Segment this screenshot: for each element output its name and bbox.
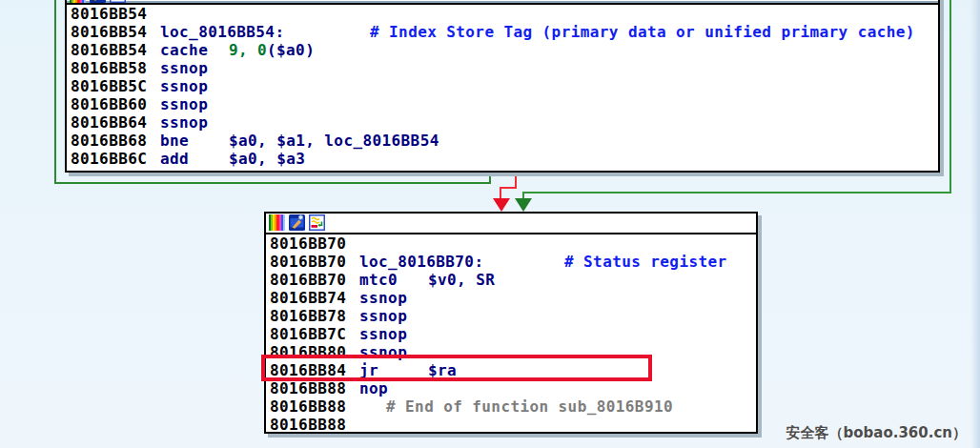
watermark: 安全客（bobao.360.cn） xyxy=(786,424,968,442)
asm-text: ssnop xyxy=(359,289,407,307)
asm-address: 8016BB78 xyxy=(270,307,346,325)
asm-text: $a0, $a1, loc_8016BB54 xyxy=(229,132,439,150)
asm-line[interactable]: 8016BB70 xyxy=(266,234,756,253)
asm-line[interactable]: 8016BB88# End of function sub_8016B910 xyxy=(266,397,756,416)
asm-line[interactable]: 8016BB58ssnop xyxy=(67,59,938,77)
red-arrowhead-icon xyxy=(493,198,510,212)
block-code: 8016BB708016BB70loc_8016BB70:# Status re… xyxy=(266,234,756,434)
asm-line[interactable]: 8016BB78ssnop xyxy=(266,307,756,325)
asm-address: 8016BB60 xyxy=(71,95,147,113)
asm-line[interactable]: 8016BB88nop xyxy=(266,379,756,397)
asm-line[interactable]: 8016BB54 xyxy=(67,5,938,23)
asm-text: ssnop xyxy=(359,307,407,325)
asm-line[interactable]: 8016BB64ssnop xyxy=(67,113,938,132)
asm-text: bne xyxy=(160,132,189,150)
color-palette-icon[interactable] xyxy=(70,0,86,3)
asm-line[interactable]: 8016BB54loc_8016BB54:# Index Store Tag (… xyxy=(67,23,938,41)
edge-incoming-right-vertical xyxy=(949,0,951,193)
asm-address: 8016BB88 xyxy=(270,397,346,416)
asm-text: ssnop xyxy=(160,95,208,113)
edit-node-icon[interactable] xyxy=(289,214,305,231)
asm-line[interactable]: 8016BB68bne$a0, $a1, loc_8016BB54 xyxy=(67,132,938,150)
asm-text: 9, 0 xyxy=(229,41,267,59)
color-palette-icon[interactable] xyxy=(269,214,285,231)
edge-loop-bottom-horizontal xyxy=(54,182,491,184)
asm-text: $v0, SR xyxy=(428,271,495,289)
edge-loop-connector xyxy=(489,172,491,184)
edge-incoming-horizontal xyxy=(523,192,951,193)
asm-text: # End of function sub_8016B910 xyxy=(386,397,673,416)
asm-text: # Index Store Tag (primary data or unifi… xyxy=(370,23,915,41)
edge-loop-left-vertical xyxy=(54,0,56,184)
basic-block-loc-8016BB70[interactable]: 8016BB708016BB70loc_8016BB70:# Status re… xyxy=(264,212,758,434)
asm-address: 8016BB54 xyxy=(71,41,147,59)
asm-address: 8016BB64 xyxy=(71,113,147,132)
asm-address: 8016BB88 xyxy=(270,379,346,397)
asm-text: loc_8016BB70: xyxy=(359,253,483,271)
asm-text: nop xyxy=(359,379,388,397)
asm-address: 8016BB6C xyxy=(71,150,147,168)
asm-text: ssnop xyxy=(359,325,407,343)
toolbar-clipped-band xyxy=(67,1,938,3)
asm-address: 8016BB70 xyxy=(270,271,346,289)
text-view-icon[interactable] xyxy=(110,0,126,3)
asm-line[interactable]: 8016BB5Cssnop xyxy=(67,77,938,95)
graph-view-canvas[interactable]: 8016BB548016BB54loc_8016BB54:# Index Sto… xyxy=(0,0,980,448)
asm-line[interactable]: 8016BB7Cssnop xyxy=(266,325,756,343)
asm-address: 8016BB68 xyxy=(71,132,147,150)
basic-block-loc-8016BB54[interactable]: 8016BB548016BB54loc_8016BB54:# Index Sto… xyxy=(65,0,940,173)
jr-instruction-highlight-annotation xyxy=(261,355,652,381)
asm-address: 8016BB58 xyxy=(71,59,147,77)
green-arrowhead-icon xyxy=(515,198,532,212)
asm-text: # Status register xyxy=(564,253,727,271)
asm-line[interactable]: 8016BB70mtc0$v0, SR xyxy=(266,271,756,289)
asm-address: 8016BB74 xyxy=(270,289,346,307)
asm-text: mtc0 xyxy=(359,271,398,289)
asm-text: add xyxy=(160,150,189,168)
asm-text: $a0, $a3 xyxy=(229,150,305,168)
asm-text: ssnop xyxy=(160,113,208,132)
asm-address: 8016BB54 xyxy=(71,5,147,23)
asm-line[interactable]: 8016BB88 xyxy=(266,416,756,434)
text-view-icon[interactable] xyxy=(309,214,325,231)
asm-address: 8016BB7C xyxy=(270,325,346,343)
asm-text: ssnop xyxy=(160,59,208,77)
asm-address: 8016BB88 xyxy=(270,416,346,434)
block-code: 8016BB548016BB54loc_8016BB54:# Index Sto… xyxy=(67,5,938,168)
edit-node-icon[interactable] xyxy=(90,0,106,3)
asm-text: ($a0) xyxy=(267,41,315,59)
asm-text: cache xyxy=(160,41,208,59)
asm-line[interactable]: 8016BB74ssnop xyxy=(266,289,756,307)
edge-fallthrough-horizontal xyxy=(500,187,517,189)
asm-address: 8016BB54 xyxy=(71,23,147,41)
window-right-shade xyxy=(970,0,980,448)
asm-line[interactable]: 8016BB70loc_8016BB70:# Status register xyxy=(266,253,756,271)
asm-address: 8016BB70 xyxy=(270,253,346,271)
asm-address: 8016BB70 xyxy=(270,234,346,253)
asm-line[interactable]: 8016BB6Cadd$a0, $a3 xyxy=(67,150,938,168)
asm-address: 8016BB5C xyxy=(71,77,147,95)
asm-line[interactable]: 8016BB54cache9, 0($a0) xyxy=(67,41,938,59)
block-toolbar xyxy=(266,214,756,234)
asm-line[interactable]: 8016BB60ssnop xyxy=(67,95,938,113)
asm-text: ssnop xyxy=(160,77,208,95)
asm-text: loc_8016BB54: xyxy=(160,23,284,41)
